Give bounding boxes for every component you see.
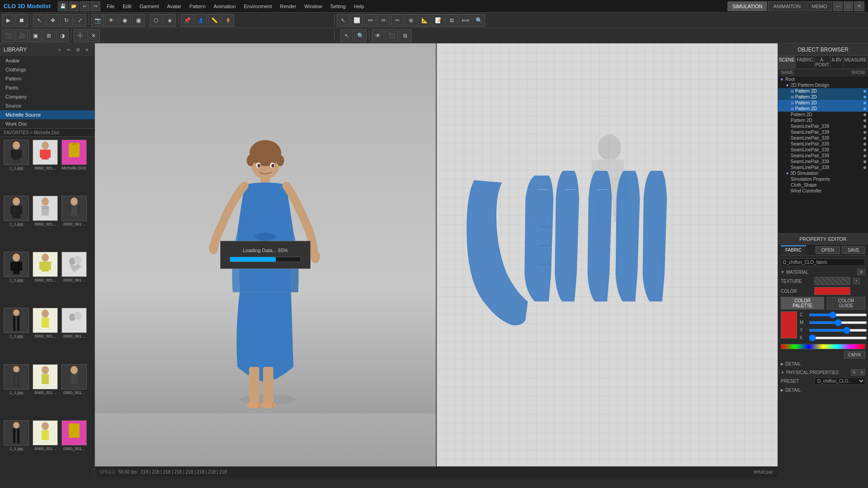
- tb2-arrange[interactable]: ⧉: [445, 14, 458, 27]
- obj-tab-fabric[interactable]: FABRIC: [796, 56, 814, 69]
- lib-thumb-13[interactable]: 0060_001...: [32, 364, 59, 418]
- physical-paste-btn[interactable]: ⎗: [859, 369, 865, 375]
- tree-item-pattern2d-1[interactable]: ⊞ Pattern 2D: [778, 94, 868, 100]
- physical-copy-btn[interactable]: ⎘: [851, 369, 858, 375]
- lib-thumb-17[interactable]: 0060_001...: [61, 420, 88, 474]
- tb3-view[interactable]: ⬛: [2, 29, 14, 42]
- cmyk-y-slider[interactable]: [809, 329, 867, 332]
- tb-pin[interactable]: 📌: [181, 14, 193, 27]
- tree-item-pattern2d-2[interactable]: ⊞ Pattern 2D: [778, 100, 868, 106]
- tree-item-seam-6[interactable]: SeamLinePair_339: [778, 159, 868, 164]
- tb-rotate[interactable]: ↻: [60, 14, 73, 27]
- lib-item-clothings[interactable]: Clothings: [0, 65, 94, 74]
- lib-thumb-0[interactable]: 1_1.jpg: [3, 140, 30, 194]
- detail-section-header[interactable]: ▶ DETAIL: [781, 361, 865, 366]
- tb-select[interactable]: ↖: [33, 14, 46, 27]
- undo-icon[interactable]: ↩: [80, 1, 90, 11]
- open-icon[interactable]: 📂: [69, 1, 79, 11]
- lib-thumb-3[interactable]: 1_1.jpg: [3, 196, 30, 250]
- tb2-note[interactable]: 📝: [432, 14, 444, 27]
- tree-item-seam-4[interactable]: SeamLinePair_339: [778, 147, 868, 153]
- cmyk-m-slider[interactable]: [809, 321, 867, 324]
- menu-avatar[interactable]: Avatar: [164, 3, 185, 10]
- fabric-name-input[interactable]: [781, 258, 865, 266]
- tb-move[interactable]: ✥: [47, 14, 59, 27]
- lib-thumb-7[interactable]: 0060_001...: [32, 252, 59, 306]
- obj-tab-apoint[interactable]: A-POINT: [815, 56, 831, 69]
- mode-simulation[interactable]: SIMULATION: [727, 1, 767, 11]
- tree-item-cloth-shape[interactable]: Cloth_Shape: [778, 182, 868, 188]
- menu-garment[interactable]: Garment: [136, 3, 163, 10]
- redo-icon[interactable]: ↪: [90, 1, 100, 11]
- tb2-zoom[interactable]: 🔍: [472, 14, 485, 27]
- lib-thumb-1[interactable]: 0060_001...: [32, 140, 59, 194]
- tb-measure[interactable]: 📏: [208, 14, 221, 27]
- win-close[interactable]: ✕: [854, 1, 864, 11]
- tb-scale[interactable]: ⤢: [74, 14, 86, 27]
- material-section-header[interactable]: ▼ MATERIAL ⚙: [781, 269, 865, 275]
- lib-item-source[interactable]: Source: [0, 101, 94, 110]
- tb3-add[interactable]: ➕: [74, 29, 86, 42]
- tb2-mirror[interactable]: ⟺: [459, 14, 472, 27]
- lib-thumb-4[interactable]: 0060_001...: [32, 196, 59, 250]
- detail2-section-header[interactable]: ▶ DETAIL: [781, 388, 865, 393]
- tree-item-pattern2d-4[interactable]: Pattern 2D: [778, 112, 868, 117]
- physical-section-header[interactable]: ▼ PHYSICAL PROPERTIES ⎘ ⎗: [781, 369, 865, 375]
- tree-item-seam-7[interactable]: SeamLinePair_339: [778, 164, 868, 170]
- tree-item-seam-0[interactable]: SeamLinePair_339: [778, 123, 868, 129]
- tree-item-seam-1[interactable]: SeamLinePair_339: [778, 129, 868, 135]
- color-preview[interactable]: [814, 287, 850, 295]
- tb2-merge[interactable]: ⊕: [405, 14, 417, 27]
- viewport-3d[interactable]: Loading Data... 65%: [95, 43, 437, 466]
- lib-thumb-8[interactable]: 0060_001...: [61, 252, 88, 306]
- lib-thumb-2[interactable]: Michelle DOC: [61, 140, 88, 194]
- lib-add-btn[interactable]: +: [56, 46, 64, 54]
- color-swatch-big[interactable]: [781, 311, 797, 338]
- tb2-select[interactable]: ↖: [337, 14, 349, 27]
- tb-camera[interactable]: 📷: [91, 14, 104, 27]
- lib-thumb-5[interactable]: 0060_001...: [61, 196, 88, 250]
- lib-thumb-14[interactable]: 0060_001...: [61, 364, 88, 418]
- palette-tab-guide[interactable]: COLOR GUIDE: [827, 297, 865, 310]
- tb4-select2[interactable]: ↖: [340, 29, 353, 42]
- menu-file[interactable]: File: [103, 3, 118, 10]
- tb4-zoom2[interactable]: 🔍: [354, 29, 367, 42]
- tb-garment1[interactable]: 👗: [194, 14, 207, 27]
- texture-add-btn[interactable]: +: [853, 278, 860, 284]
- menu-window[interactable]: Window: [301, 3, 326, 10]
- prop-open-btn[interactable]: OPEN: [816, 246, 840, 254]
- palette-tab-color[interactable]: COLOR PALETTE: [781, 297, 824, 310]
- tb4-arrange2[interactable]: ⧉: [399, 29, 411, 42]
- lib-item-avatar[interactable]: Avatar: [0, 56, 94, 65]
- tb4-toggle[interactable]: ⬛: [385, 29, 398, 42]
- tb-wire[interactable]: ⬡: [150, 14, 162, 27]
- tb-avatar1[interactable]: 🧍: [222, 14, 234, 27]
- lib-thumb-6[interactable]: 1_1.jpg: [3, 252, 30, 306]
- tb2-pattern[interactable]: ⬜: [350, 14, 363, 27]
- tb3-shading[interactable]: ◑: [56, 29, 69, 42]
- tb2-cut[interactable]: ✂: [391, 14, 404, 27]
- tree-item-seam-2[interactable]: SeamLinePair_339: [778, 135, 868, 141]
- lib-item-work-doc[interactable]: Work Doc: [0, 119, 94, 128]
- tree-item-root[interactable]: ▼ Root: [778, 76, 868, 82]
- material-settings-btn[interactable]: ⚙: [857, 269, 865, 275]
- tree-item-2d-design[interactable]: ▼ 2D Parttern Design: [778, 82, 868, 88]
- tb-sim-stop[interactable]: ⏹: [15, 14, 28, 27]
- prop-save-btn[interactable]: SAVE: [842, 246, 865, 254]
- lib-settings-btn[interactable]: ⚙: [74, 46, 82, 54]
- save-icon[interactable]: 💾: [58, 1, 68, 11]
- tb2-measure2[interactable]: 📐: [418, 14, 431, 27]
- mode-animation[interactable]: ANIMAITON: [768, 1, 806, 11]
- tree-item-pattern2d-5[interactable]: Pattern 2D: [778, 117, 868, 123]
- lib-item-michelle-source[interactable]: Michelle Source: [0, 110, 94, 119]
- texture-preview[interactable]: [814, 277, 850, 285]
- tree-item-pattern2d-3[interactable]: ⊞ Pattern 2D: [778, 106, 868, 112]
- cmyk-c-slider[interactable]: [809, 314, 867, 316]
- tb-sim-play[interactable]: ▶: [2, 14, 14, 27]
- tree-item-wind-controller[interactable]: Wind Controller: [778, 188, 868, 194]
- win-minimize[interactable]: ─: [833, 1, 843, 11]
- menu-render[interactable]: Render: [276, 3, 300, 10]
- tb-render-mode[interactable]: ◈: [163, 14, 176, 27]
- tb3-del[interactable]: ✕: [87, 29, 100, 42]
- menu-setting[interactable]: Setting: [326, 3, 349, 10]
